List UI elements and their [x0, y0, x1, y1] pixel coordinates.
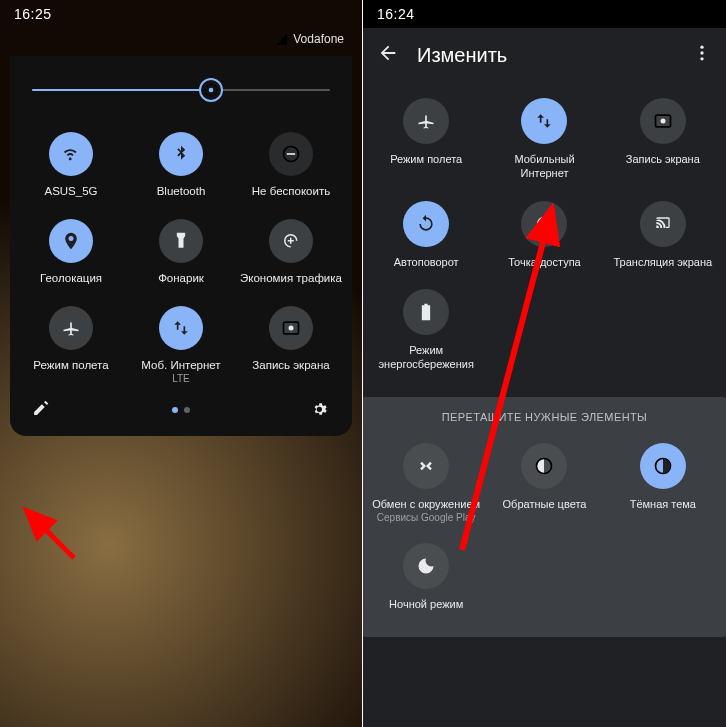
tile-circle[interactable] — [269, 306, 313, 350]
menu-button[interactable] — [692, 43, 712, 67]
qs-tile-cast[interactable]: Трансляция экрана — [604, 195, 722, 275]
clock: 16:24 — [377, 6, 415, 22]
available-zone: ПЕРЕТАЩИТЕ НУЖНЫЕ ЭЛЕМЕНТЫ Обмен с окруж… — [363, 397, 726, 637]
page-dot-active — [172, 407, 178, 413]
page-dot — [184, 407, 190, 413]
tile-circle[interactable] — [49, 132, 93, 176]
qs-tile-hotspot[interactable]: Точка доступа — [485, 195, 603, 275]
screenrec-icon — [653, 111, 673, 131]
clock: 16:25 — [14, 6, 52, 22]
qs-tile-rotate[interactable]: Автоповорот — [367, 195, 485, 275]
tile-circle[interactable] — [159, 219, 203, 263]
sun-icon — [204, 83, 218, 97]
tile-label: Не беспокоить — [252, 184, 330, 199]
tile-circle[interactable] — [403, 201, 449, 247]
tile-label: Экономия трафика — [240, 271, 342, 286]
tile-circle[interactable] — [640, 443, 686, 489]
invert-icon — [534, 456, 554, 476]
airplane-icon — [61, 318, 81, 338]
tile-circle[interactable] — [403, 98, 449, 144]
qs-tile-screenrec[interactable]: Запись экрана — [604, 92, 722, 187]
nearby-icon — [416, 456, 436, 476]
qs-tile-night[interactable]: Ночной режим — [367, 537, 485, 617]
qs-footer — [16, 390, 346, 424]
tile-circle[interactable] — [403, 543, 449, 589]
tile-circle[interactable] — [269, 219, 313, 263]
tile-label: Трансляция экрана — [614, 255, 713, 269]
tile-label: Мобильный Интернет — [489, 152, 599, 181]
screenrec-icon — [281, 318, 301, 338]
tile-label: Автоповорот — [394, 255, 459, 269]
status-bar: 16:24 — [363, 0, 726, 28]
tile-label: Запись экрана — [252, 358, 329, 373]
tile-label: Ночной режим — [389, 597, 463, 611]
carrier-row: Vodafone — [0, 28, 362, 56]
qs-tile-mobiledata[interactable]: Моб. ИнтернетLTE — [126, 300, 236, 390]
pencil-icon[interactable] — [32, 400, 52, 420]
qs-tile-nearby[interactable]: Обмен с окружениемСервисы Google Play — [367, 437, 485, 528]
airplane-icon — [416, 111, 436, 131]
tile-circle[interactable] — [159, 306, 203, 350]
wifi-icon — [61, 144, 81, 164]
qs-tile-flashlight[interactable]: Фонарик — [126, 213, 236, 292]
flashlight-icon — [171, 231, 191, 251]
tile-circle[interactable] — [403, 289, 449, 335]
tile-label: Обратные цвета — [503, 497, 587, 511]
qs-tile-mobiledata[interactable]: Мобильный Интернет — [485, 92, 603, 187]
drag-hint: ПЕРЕТАЩИТЕ НУЖНЫЕ ЭЛЕМЕНТЫ — [367, 411, 722, 423]
tile-circle[interactable] — [403, 443, 449, 489]
edit-title: Изменить — [417, 44, 507, 67]
qs-tile-airplane[interactable]: Режим полета — [16, 300, 126, 390]
qs-tile-darktheme[interactable]: Тёмная тема — [604, 437, 722, 528]
quick-settings-panel: ASUS_5GBluetoothНе беспокоитьГеолокацияФ… — [10, 56, 352, 436]
tile-label: Точка доступа — [508, 255, 580, 269]
tile-circle[interactable] — [49, 219, 93, 263]
back-icon — [377, 42, 399, 64]
brightness-thumb[interactable] — [199, 78, 223, 102]
tile-label: Геолокация — [40, 271, 102, 286]
back-button[interactable] — [377, 42, 399, 68]
page-indicator — [172, 407, 190, 413]
tile-circle[interactable] — [521, 98, 567, 144]
tile-sublabel: LTE — [172, 373, 190, 384]
hotspot-icon — [534, 214, 554, 234]
qs-tile-invert[interactable]: Обратные цвета — [485, 437, 603, 528]
darktheme-icon — [653, 456, 673, 476]
brightness-slider[interactable] — [32, 76, 330, 104]
tile-label: Обмен с окружением — [372, 497, 480, 511]
qs-tile-datasaver[interactable]: Экономия трафика — [236, 213, 346, 292]
tile-circle[interactable] — [269, 132, 313, 176]
datasaver-icon — [281, 231, 301, 251]
battery-icon — [416, 302, 436, 322]
tile-sublabel: Сервисы Google Play — [377, 512, 476, 523]
tile-label: Моб. Интернет — [141, 358, 220, 373]
qs-tile-airplane[interactable]: Режим полета — [367, 92, 485, 187]
tile-circle[interactable] — [159, 132, 203, 176]
rotate-icon — [416, 214, 436, 234]
tile-label: Фонарик — [158, 271, 204, 286]
tile-label: Режим полета — [33, 358, 108, 373]
qs-tile-battery[interactable]: Режим энергосбережения — [367, 283, 485, 378]
tile-label: Bluetooth — [157, 184, 206, 199]
brightness-fill — [32, 89, 211, 91]
qs-tile-screenrec[interactable]: Запись экрана — [236, 300, 346, 390]
status-bar: 16:25 — [0, 0, 362, 28]
tile-circle[interactable] — [521, 201, 567, 247]
qs-tile-bluetooth[interactable]: Bluetooth — [126, 126, 236, 205]
qs-tile-wifi[interactable]: ASUS_5G — [16, 126, 126, 205]
tile-circle[interactable] — [640, 98, 686, 144]
qs-tile-location[interactable]: Геолокация — [16, 213, 126, 292]
tile-label: Тёмная тема — [630, 497, 696, 511]
tile-circle[interactable] — [640, 201, 686, 247]
tile-circle[interactable] — [521, 443, 567, 489]
tile-label: ASUS_5G — [44, 184, 97, 199]
location-icon — [61, 231, 81, 251]
tile-circle[interactable] — [49, 306, 93, 350]
qs-tile-dnd[interactable]: Не беспокоить — [236, 126, 346, 205]
cast-icon — [653, 214, 673, 234]
mobiledata-icon — [171, 318, 191, 338]
mobiledata-icon — [534, 111, 554, 131]
signal-icon — [275, 33, 288, 46]
more-icon — [692, 43, 712, 63]
gear-icon[interactable] — [310, 400, 330, 420]
